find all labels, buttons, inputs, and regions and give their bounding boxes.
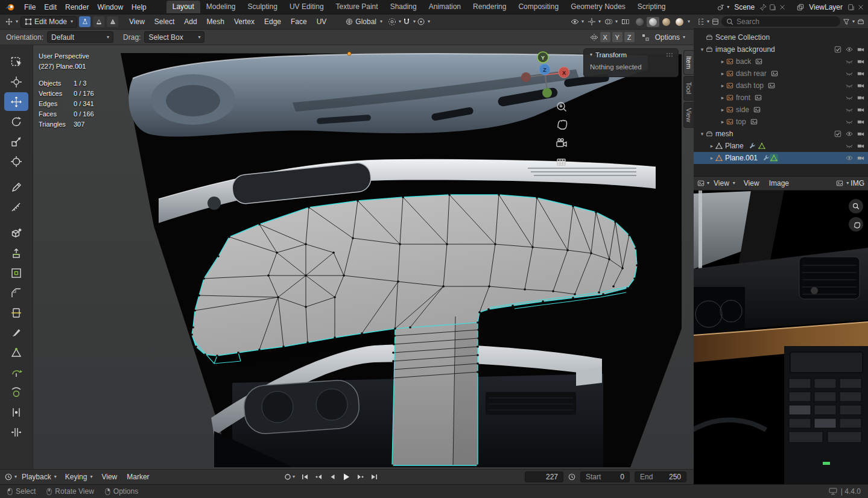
hide-eye-icon[interactable] xyxy=(846,154,853,162)
new-viewlayer-icon[interactable] xyxy=(847,4,855,11)
new-scene-icon[interactable] xyxy=(769,4,776,11)
jump-next-keyframe-button[interactable] xyxy=(355,472,366,482)
chevron-down-icon[interactable]: ▾ xyxy=(590,52,592,57)
auto-keying-button[interactable]: ▾ xyxy=(282,472,297,482)
expand-icon[interactable]: ▸ xyxy=(719,58,726,65)
workspace-tab-texture-paint[interactable]: Texture Paint xyxy=(330,1,384,13)
shading-material-button[interactable] xyxy=(660,17,673,27)
3d-viewport[interactable]: Y Z X User Perspective (227) Plane.001 O… xyxy=(33,45,694,469)
menu-help[interactable]: Help xyxy=(127,0,151,14)
jump-to-start-button[interactable] xyxy=(299,472,311,482)
image-mode-dropdown[interactable]: View ▾ xyxy=(711,178,738,189)
play-button[interactable] xyxy=(340,471,352,482)
shading-rendered-button[interactable] xyxy=(673,17,686,27)
menu-window[interactable]: Window xyxy=(93,0,127,14)
hide-eye-closed-icon[interactable] xyxy=(846,142,853,150)
menu-edit[interactable]: Edit xyxy=(40,0,61,14)
hide-eye-closed-icon[interactable] xyxy=(846,70,853,77)
outliner-row-scene-collection[interactable]: Scene Collection xyxy=(694,31,868,43)
render-camera-icon[interactable] xyxy=(857,70,864,77)
expand-icon[interactable]: ▸ xyxy=(719,119,726,125)
expand-icon[interactable]: ▸ xyxy=(719,95,726,101)
menu-edge[interactable]: Edge xyxy=(260,14,285,29)
hide-eye-closed-icon[interactable] xyxy=(846,58,853,65)
tool-annotate[interactable] xyxy=(4,178,28,197)
shading-solid-button[interactable] xyxy=(647,17,659,27)
panel-grip-icon[interactable] xyxy=(666,52,673,57)
mode-dropdown[interactable]: Edit Mode ▾ xyxy=(21,16,77,28)
menu-mesh[interactable]: Mesh xyxy=(203,14,229,29)
outliner-row-dash-rear[interactable]: ▸ dash rear xyxy=(694,68,868,80)
workspace-tab-shading[interactable]: Shading xyxy=(384,1,423,13)
tool-transform[interactable] xyxy=(4,152,28,171)
render-camera-icon[interactable] xyxy=(857,142,864,150)
render-camera-icon[interactable] xyxy=(857,82,864,89)
workspace-tab-uv-editing[interactable]: UV Editing xyxy=(284,1,330,13)
new-collection-icon[interactable] xyxy=(857,18,864,25)
workspace-tab-animation[interactable]: Animation xyxy=(423,1,467,13)
show-overlays-dropdown[interactable]: ▾ xyxy=(604,17,618,26)
keying-dropdown[interactable]: Keying ▾ xyxy=(62,473,97,481)
image-editor-canvas[interactable] xyxy=(694,191,868,484)
remove-viewlayer-icon[interactable] xyxy=(857,4,864,11)
tool-smooth[interactable] xyxy=(4,383,28,402)
outliner-row-plane[interactable]: ▸ Plane xyxy=(694,140,868,152)
scene-name[interactable]: Scene xyxy=(732,3,757,11)
timeline-menu-view[interactable]: View xyxy=(97,470,121,484)
tool-loop-cut[interactable] xyxy=(4,303,28,322)
hide-eye-icon[interactable] xyxy=(846,46,853,53)
browse-image-icon[interactable] xyxy=(836,180,843,187)
tool-knife[interactable] xyxy=(4,323,28,342)
current-frame-field[interactable]: 227 xyxy=(525,471,563,482)
workspace-tab-scripting[interactable]: Scripting xyxy=(632,1,672,13)
timeline-menu-marker[interactable]: Marker xyxy=(122,470,153,484)
options-dropdown[interactable]: Options ▾ xyxy=(655,33,685,42)
editor-type-button[interactable]: ▾ xyxy=(4,17,19,26)
show-visibility-dropdown[interactable]: ▾ xyxy=(571,17,584,26)
gizmo-axis-y-neg[interactable] xyxy=(542,88,552,98)
expand-icon[interactable]: ▸ xyxy=(708,143,715,149)
workspace-tab-geometry-nodes[interactable]: Geometry Nodes xyxy=(565,1,632,13)
sidebar-tab-view[interactable]: View xyxy=(683,102,694,128)
sidebar-tab-item[interactable]: Item xyxy=(683,50,694,75)
tool-rip-region[interactable] xyxy=(4,423,28,441)
drag-setting-dropdown[interactable]: Select Box ▾ xyxy=(144,31,204,43)
exclude-checkbox-icon[interactable] xyxy=(834,130,841,137)
display-mode-icon[interactable] xyxy=(712,18,719,25)
select-mode-edge-button[interactable] xyxy=(93,16,104,27)
exclude-checkbox-icon[interactable] xyxy=(834,46,841,53)
expand-icon[interactable]: ▸ xyxy=(719,83,726,89)
menu-file[interactable]: File xyxy=(20,0,40,14)
search-input[interactable]: Search xyxy=(721,16,840,27)
playback-dropdown[interactable]: Playback ▾ xyxy=(18,473,60,481)
outliner-row-top[interactable]: ▸ top xyxy=(694,116,868,128)
tool-spin[interactable] xyxy=(4,363,28,382)
orientation-setting-dropdown[interactable]: Default ▾ xyxy=(47,31,113,43)
tool-poly-build[interactable] xyxy=(4,343,28,362)
gizmo-axis-x-neg[interactable] xyxy=(521,72,531,82)
tool-edge-slide[interactable] xyxy=(4,403,28,421)
tool-move[interactable] xyxy=(4,92,28,111)
workspace-tab-sculpting[interactable]: Sculpting xyxy=(242,1,284,13)
jump-to-end-button[interactable] xyxy=(369,472,380,482)
expand-icon[interactable]: ▸ xyxy=(719,107,726,113)
unlink-scene-icon[interactable] xyxy=(779,4,786,11)
hide-eye-icon[interactable] xyxy=(846,130,853,137)
render-camera-icon[interactable] xyxy=(857,94,864,101)
render-camera-icon[interactable] xyxy=(857,106,864,113)
show-gizmo-dropdown[interactable]: ▾ xyxy=(588,17,601,26)
menu-vertex[interactable]: Vertex xyxy=(230,14,259,29)
expand-icon[interactable]: ▾ xyxy=(699,46,706,52)
viewlayer-name[interactable]: ViewLayer xyxy=(806,3,845,11)
outliner-editor-type-button[interactable]: ▾ xyxy=(697,18,709,25)
image-pan-button[interactable] xyxy=(849,217,863,232)
render-camera-icon[interactable] xyxy=(857,130,864,137)
menu-view[interactable]: View xyxy=(125,14,149,29)
tool-bevel[interactable] xyxy=(4,283,28,302)
pin-icon[interactable] xyxy=(759,4,767,11)
mirror-x-button[interactable]: X xyxy=(600,32,610,42)
outliner-row-plane-001[interactable]: ▸ Plane.001 xyxy=(694,152,868,164)
tool-add-cube[interactable] xyxy=(4,224,28,242)
mirror-z-button[interactable]: Z xyxy=(624,32,635,42)
render-camera-icon[interactable] xyxy=(857,154,864,162)
